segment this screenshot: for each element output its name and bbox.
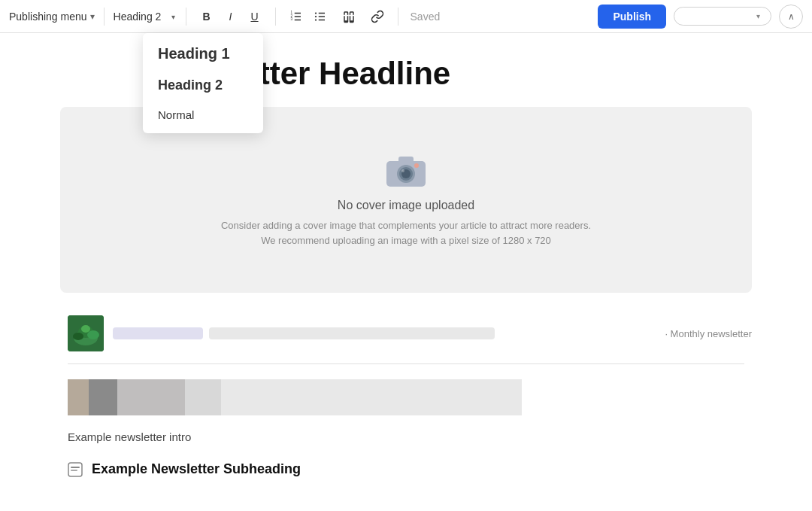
subheading-text[interactable]: Example Newsletter Subheading	[92, 461, 301, 477]
monthly-tag: · Monthly newsletter	[665, 328, 752, 339]
audience-dropdown-arrow: ▾	[756, 12, 760, 20]
color-block-4	[185, 379, 221, 415]
no-cover-desc2: We recommend uploading an image with a p…	[261, 233, 551, 248]
svg-point-10	[314, 15, 316, 17]
chevron-up-icon: ∧	[788, 11, 795, 22]
color-block-5	[221, 379, 522, 415]
ordered-list-icon: 1 2 3	[289, 10, 303, 23]
color-block-2	[89, 379, 117, 415]
divider-2	[186, 8, 186, 26]
toolbar: Publishing menu ▾ Heading 2 Heading 1 No…	[0, 0, 812, 33]
content-area: Newsletter Headline No cover image uploa…	[0, 33, 812, 511]
placeholder-bar-2	[209, 327, 495, 339]
no-cover-title: No cover image uploaded	[338, 199, 474, 212]
svg-point-24	[81, 325, 90, 333]
format-buttons: B I U	[195, 5, 266, 28]
unordered-list-icon	[314, 10, 327, 23]
heading-dropdown: Heading 1 Heading 2 Normal	[143, 33, 263, 133]
subheading-row: Example Newsletter Subheading	[60, 461, 752, 477]
link-icon	[371, 10, 384, 23]
row1-placeholders	[113, 327, 665, 339]
link-button[interactable]	[366, 5, 389, 28]
divider-4	[398, 8, 398, 26]
svg-text:3: 3	[290, 17, 292, 21]
no-cover-desc1: Consider adding a cover image that compl…	[221, 218, 591, 233]
heading-option-h2[interactable]: Heading 2	[143, 70, 263, 101]
audience-dropdown[interactable]: ▾	[674, 7, 771, 26]
placeholder-bar-1	[113, 327, 203, 339]
heading-select-wrapper[interactable]: Heading 2 Heading 1 Normal ▾	[114, 11, 177, 23]
ordered-list-button[interactable]: 1 2 3	[285, 5, 308, 28]
heading-option-h1[interactable]: Heading 1	[143, 38, 263, 70]
svg-point-9	[314, 12, 316, 14]
color-block-1	[68, 379, 89, 415]
svg-point-22	[73, 333, 83, 340]
thumbnail-image	[68, 315, 104, 351]
article-row-2	[60, 379, 752, 415]
heading-select[interactable]: Heading 2 Heading 1 Normal	[114, 11, 177, 23]
subheading-icon	[68, 462, 83, 477]
toolbar-right: Publish ▾ ∧	[598, 5, 803, 29]
section-divider	[68, 363, 744, 364]
publishing-menu-button[interactable]: Publishing menu ▾	[9, 11, 95, 23]
intro-text[interactable]: Example newsletter intro	[60, 430, 752, 443]
publishing-menu-label: Publishing menu	[9, 11, 87, 23]
svg-rect-26	[71, 467, 80, 468]
underline-button[interactable]: U	[244, 5, 266, 28]
collapse-button[interactable]: ∧	[779, 5, 803, 29]
article-row-1: · Monthly newsletter	[60, 315, 752, 351]
quote-icon	[342, 10, 356, 23]
list-buttons: 1 2 3	[285, 5, 332, 28]
divider-3	[275, 8, 276, 26]
svg-point-11	[314, 19, 316, 20]
cover-image-area[interactable]: No cover image uploaded Consider adding …	[60, 107, 752, 293]
svg-rect-27	[71, 470, 77, 471]
svg-point-23	[87, 330, 99, 339]
svg-point-17	[414, 163, 419, 168]
quote-button[interactable]	[338, 5, 360, 28]
bold-button[interactable]: B	[195, 5, 218, 28]
svg-rect-16	[398, 157, 414, 164]
heading-option-normal[interactable]: Normal	[143, 101, 263, 129]
publishing-menu-chevron: ▾	[90, 11, 95, 22]
unordered-list-button[interactable]	[309, 5, 332, 28]
saved-status: Saved	[411, 11, 441, 23]
svg-point-18	[401, 169, 404, 172]
color-block-3	[117, 379, 185, 415]
publish-button[interactable]: Publish	[598, 5, 666, 29]
camera-icon	[383, 152, 429, 190]
divider-1	[104, 8, 105, 26]
italic-button[interactable]: I	[220, 5, 242, 28]
